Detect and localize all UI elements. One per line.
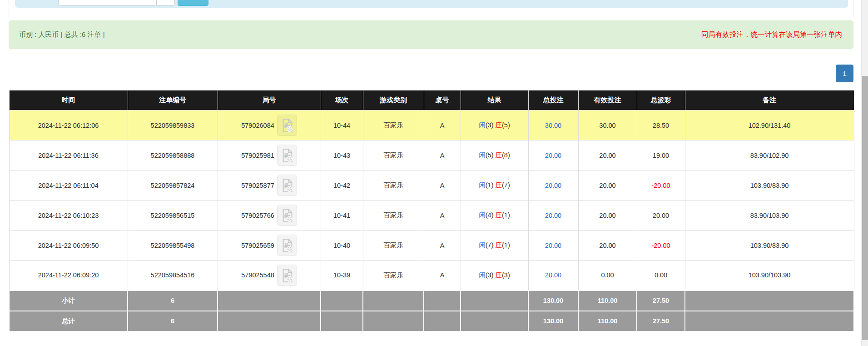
cell-bet-id: 522059855498 (128, 231, 218, 261)
cell-valid-bet: 20.00 (578, 231, 637, 261)
result-banker-score: (3) (502, 271, 510, 279)
currency-summary-text: 币别 : 人民币 | 总共 :6 注单 | (19, 30, 105, 39)
notice-text: 同局有效投注，统一计算在该局第一张注单内 (701, 30, 842, 40)
grand-total-row: 总计 6 130.00 110.00 27.50 (9, 311, 854, 331)
cell-time: 2024-11-22 06:09:50 (9, 231, 128, 261)
grand-total-valid-bet: 110.00 (578, 311, 637, 331)
result-player-score: (3) (486, 271, 494, 279)
cell-table-no: A (424, 140, 461, 170)
search-input-addon[interactable] (156, 0, 174, 5)
cell-table-no: A (424, 170, 461, 201)
vertical-scrollbar[interactable] (861, 0, 868, 346)
col-header-game-type: 游戏类别 (363, 90, 424, 110)
cell-payout: 19.00 (637, 140, 685, 170)
video-replay-icon (281, 178, 294, 193)
grand-total-count: 6 (128, 311, 218, 331)
cell-game-type: 百家乐 (363, 261, 424, 291)
cell-payout: -20.00 (637, 231, 685, 261)
col-header-bet-id: 注单编号 (128, 90, 218, 110)
cell-round-id: 579025659 (218, 231, 321, 261)
result-player-label: 闲 (479, 241, 486, 249)
cell-result: 闲(5) 庄(8) (461, 140, 528, 170)
subtotal-label: 小计 (9, 291, 128, 311)
search-input[interactable] (58, 0, 175, 5)
cell-game-type: 百家乐 (363, 170, 424, 201)
col-header-total-bet: 总投注 (528, 90, 578, 110)
cell-note: 103.90/103.90 (685, 261, 854, 291)
cell-payout: 20.00 (637, 201, 685, 231)
table-row: 2024-11-22 06:09:20 522059854516 5790255… (9, 261, 854, 291)
cell-total-bet[interactable]: 20.00 (528, 140, 578, 170)
col-header-time: 时间 (9, 90, 128, 110)
result-player-score: (4) (486, 211, 494, 219)
cell-game-type: 百家乐 (363, 231, 424, 261)
video-replay-button[interactable] (277, 175, 297, 196)
cell-total-bet[interactable]: 20.00 (528, 201, 578, 231)
cell-note: 103.90/83.90 (685, 231, 854, 261)
search-button[interactable] (178, 0, 208, 6)
result-banker-label: 庄 (496, 151, 502, 159)
cell-payout: 0.00 (637, 261, 685, 291)
video-replay-button[interactable] (277, 115, 297, 136)
video-replay-button[interactable] (277, 145, 297, 166)
col-header-round-id: 局号 (218, 90, 321, 110)
result-player-label: 闲 (479, 271, 486, 279)
round-id-text: 579025659 (241, 242, 274, 249)
cell-total-bet[interactable]: 20.00 (528, 261, 578, 291)
cell-time: 2024-11-22 06:10:23 (9, 201, 128, 231)
col-header-note: 备注 (685, 90, 854, 110)
cell-game-type: 百家乐 (363, 110, 424, 140)
cell-payout: 28.50 (637, 110, 685, 140)
cell-valid-bet: 20.00 (578, 201, 637, 231)
round-id-text: 579025981 (241, 152, 274, 159)
cell-result: 闲(3) 庄(5) (461, 110, 528, 140)
cell-table-no: A (424, 110, 461, 140)
video-replay-button[interactable] (277, 265, 297, 286)
cell-total-bet[interactable]: 20.00 (528, 231, 578, 261)
result-player-score: (5) (486, 151, 494, 159)
video-replay-button[interactable] (277, 235, 297, 256)
round-id-text: 579025548 (241, 271, 274, 279)
cell-round-id: 579025877 (218, 170, 321, 201)
cell-bet-id: 522059857824 (128, 170, 218, 201)
video-replay-icon (281, 208, 294, 223)
video-replay-button[interactable] (277, 205, 297, 226)
video-replay-icon (281, 238, 294, 253)
cell-bet-id: 522059854516 (128, 261, 218, 291)
subtotal-total-bet: 130.00 (528, 291, 578, 311)
cell-valid-bet: 20.00 (578, 140, 637, 170)
col-header-payout: 总派彩 (637, 90, 685, 110)
col-header-table-no: 桌号 (424, 90, 461, 110)
cell-total-bet[interactable]: 30.00 (528, 110, 578, 140)
result-player-score: (7) (486, 241, 494, 249)
cell-bet-id: 522059858888 (128, 140, 218, 170)
cell-round-id: 579025766 (218, 201, 321, 231)
cell-time: 2024-11-22 06:11:04 (9, 170, 128, 201)
cell-valid-bet: 30.00 (578, 110, 637, 140)
result-banker-score: (8) (502, 151, 510, 159)
cell-total-bet[interactable]: 20.00 (528, 170, 578, 201)
summary-alert: 币别 : 人民币 | 总共 :6 注单 | 同局有效投注，统一计算在该局第一张注… (9, 20, 853, 49)
cell-table-no: A (424, 261, 461, 291)
video-replay-icon (281, 148, 294, 163)
video-replay-icon (281, 268, 294, 283)
top-search-panel (9, 0, 853, 17)
cell-note: 83.90/102.90 (685, 140, 854, 170)
result-banker-label: 庄 (496, 271, 502, 279)
cell-table-no: A (424, 231, 461, 261)
cell-game-type: 百家乐 (363, 201, 424, 231)
col-header-valid-bet: 有效投注 (578, 90, 637, 110)
result-player-label: 闲 (479, 211, 486, 219)
cell-round-id: 579025548 (218, 261, 321, 291)
result-banker-label: 庄 (496, 121, 502, 129)
scrollbar-thumb[interactable] (862, 76, 868, 340)
pagination-page-1[interactable]: 1 (836, 65, 853, 82)
result-banker-score: (7) (502, 181, 510, 189)
cell-payout: -20.00 (637, 170, 685, 201)
result-banker-label: 庄 (496, 181, 502, 189)
cell-session: 10-39 (321, 261, 363, 291)
result-banker-score: (5) (502, 121, 510, 129)
subtotal-row: 小计 6 130.00 110.00 27.50 (9, 291, 854, 311)
subtotal-payout: 27.50 (637, 291, 685, 311)
result-banker-score: (1) (502, 241, 510, 249)
